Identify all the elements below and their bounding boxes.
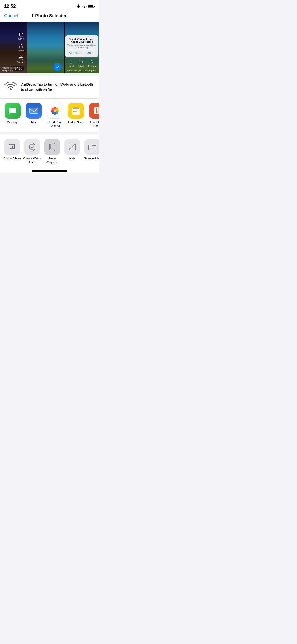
ok-btn[interactable]: OK <box>82 50 96 56</box>
mail-icon <box>26 103 42 119</box>
photo3-album-label: Album: Included Wallpapers <box>66 69 96 72</box>
save-to-files-item[interactable]: Save to Files <box>82 139 99 160</box>
svg-point-4 <box>19 56 22 59</box>
notes-icon <box>68 103 84 119</box>
hide-label: Hide <box>69 157 76 160</box>
notes-app-label: Add to Notes <box>68 120 84 124</box>
photo-thumb-2[interactable] <box>27 22 64 73</box>
create-watch-face-label: Create Watch Face <box>22 157 42 164</box>
nav-bar: Cancel 1 Photo Selected <box>0 11 99 22</box>
photo-thumb-3[interactable]: "Notcho" Would Like to Add to your Photo… <box>64 22 99 73</box>
svg-rect-42 <box>51 143 53 144</box>
create-watch-face-icon <box>24 139 40 155</box>
svg-rect-1 <box>88 5 93 7</box>
status-icons <box>77 4 95 8</box>
preview-label: Preview <box>17 61 25 63</box>
save-to-files-icon <box>84 139 99 155</box>
mail-app-item[interactable]: Mail <box>23 103 44 124</box>
create-watch-face-item[interactable]: Create Watch Face <box>22 139 42 164</box>
mail-app-label: Mail <box>31 120 36 124</box>
message-app-item[interactable]: Message <box>2 103 23 124</box>
use-as-wallpaper-item[interactable]: Use as Wallpaper <box>42 139 62 164</box>
home-indicator <box>0 168 99 173</box>
svg-point-11 <box>82 61 83 63</box>
notes-app-item[interactable]: Add to Notes <box>65 103 87 124</box>
photo1-counter: 3 / 10 <box>12 66 24 71</box>
message-icon <box>5 103 21 119</box>
svg-rect-40 <box>50 143 55 151</box>
add-to-album-label: Add to Album <box>3 157 21 160</box>
preview-icon-item: Preview <box>17 56 25 63</box>
svg-rect-32 <box>95 107 99 114</box>
svg-rect-2 <box>94 6 95 7</box>
photo3-bottom-icons: Import Adjust Preview <box>65 59 99 67</box>
save-to-files-label: Save to Files <box>84 157 99 160</box>
photo1-icons: Save Share Preview <box>17 32 25 63</box>
svg-line-13 <box>93 62 93 63</box>
icloud-photos-app-item[interactable]: iCloud Photo Sharing <box>44 103 65 128</box>
permission-dialog: "Notcho" Would Like to Add to your Photo… <box>65 35 98 57</box>
actions-row: Add to Album Create Watch Face Use as Wa… <box>0 135 99 168</box>
svg-point-6 <box>20 57 22 58</box>
status-time: 12:52 <box>4 4 16 9</box>
apps-row: Message Mail <box>0 98 99 132</box>
airplane-icon <box>77 4 81 8</box>
hide-item[interactable]: Hide <box>62 139 82 160</box>
photo-selected-check <box>54 63 62 71</box>
svg-rect-30 <box>72 107 80 108</box>
airdrop-section[interactable]: AirDrop. Tap to turn on Wi-Fi and Blueto… <box>0 76 99 98</box>
add-to-album-icon <box>4 139 20 155</box>
airdrop-icon <box>4 81 17 94</box>
use-as-wallpaper-label: Use as Wallpaper <box>42 157 62 164</box>
status-bar: 12:52 <box>0 0 99 11</box>
svg-line-5 <box>22 59 23 59</box>
airdrop-text: AirDrop. Tap to turn on Wi-Fi and Blueto… <box>21 82 95 92</box>
share-label: Share <box>18 49 24 52</box>
books-icon <box>89 103 99 119</box>
dont-allow-btn[interactable]: Don't Allow <box>67 50 82 56</box>
icloud-photos-app-label: iCloud Photo Sharing <box>44 120 65 128</box>
airdrop-title: AirDrop <box>21 82 35 86</box>
use-as-wallpaper-icon <box>44 139 60 155</box>
svg-point-14 <box>10 88 12 90</box>
message-app-label: Message <box>7 120 19 124</box>
svg-rect-26 <box>72 107 80 115</box>
photo-strip: Save Share Preview Album: Included Wal <box>0 22 99 73</box>
add-to-album-item[interactable]: Add to Album <box>2 139 22 160</box>
cancel-button[interactable]: Cancel <box>4 13 18 19</box>
svg-rect-37 <box>30 144 35 150</box>
save-label: Save <box>18 38 24 40</box>
svg-rect-41 <box>51 144 54 149</box>
svg-point-25 <box>54 109 56 112</box>
books-app-item[interactable]: Save PDF to iBooks <box>87 103 99 128</box>
battery-icon <box>88 5 95 8</box>
hide-icon <box>64 139 80 155</box>
svg-rect-15 <box>30 108 38 114</box>
svg-line-44 <box>69 144 76 150</box>
home-bar <box>32 170 67 172</box>
wifi-icon <box>82 5 87 8</box>
books-app-label: Save PDF to iBooks <box>87 120 99 128</box>
nav-title: 1 Photo Selected <box>31 13 68 19</box>
share-icon-item: Share <box>18 44 24 52</box>
save-icon-item: Save <box>18 32 24 40</box>
photos-icon <box>47 103 63 119</box>
photo-thumb-1[interactable]: Save Share Preview Album: Included Wal <box>0 22 27 73</box>
